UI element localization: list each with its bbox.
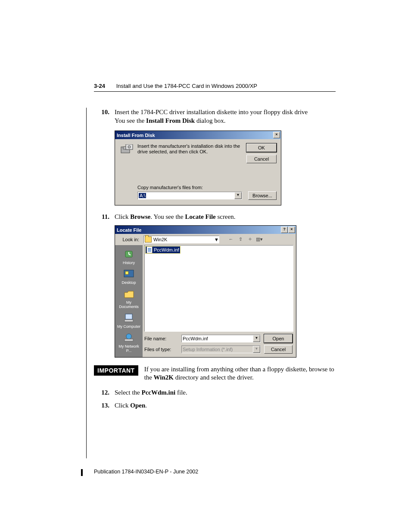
svg-rect-8 (125, 314, 132, 319)
dialog-title: Locate File (117, 227, 141, 233)
footer-publication: Publication 1784-IN034D-EN-P - June 2002 (94, 469, 198, 475)
chapter-title: Install and Use the 1784-PCC Card in Win… (116, 83, 257, 89)
chevron-down-icon[interactable]: ▼ (253, 346, 260, 353)
lookin-combo[interactable]: Win2K ▼ (143, 236, 219, 243)
svg-point-3 (128, 146, 131, 148)
step-text: You see the Install From Disk dialog box… (115, 117, 225, 124)
step-13: 13. Click Open. (115, 401, 336, 410)
step-number: 11. (94, 212, 109, 221)
filetype-label: Files of type: (144, 347, 178, 352)
step-list: 12. Select the PccWdm.ini file. 13. Clic… (94, 388, 336, 410)
chevron-down-icon[interactable]: ▼ (214, 237, 219, 242)
ok-button[interactable]: OK (246, 143, 277, 152)
chevron-down-icon[interactable]: ▼ (234, 192, 242, 199)
step-text: Insert the 1784-PCC driver installation … (115, 109, 308, 115)
locate-file-dialog: Locate File ? × Look in: Win2K ▼ ← ⇧ ✧ ▥… (115, 225, 296, 358)
dialog-title: Install From Disk (117, 133, 155, 138)
chevron-down-icon[interactable]: ▼ (253, 335, 260, 342)
page-number: 3-24 (94, 83, 105, 89)
mycomputer-icon (122, 312, 136, 324)
step-11: 11. Click Browse. You see the Locate Fil… (115, 212, 336, 221)
dialog-titlebar[interactable]: Install From Disk × (115, 131, 281, 139)
place-mycomputer[interactable]: My Computer (116, 311, 141, 330)
folder-icon (145, 236, 152, 243)
copy-from-label: Copy manufacturer's files from: (137, 185, 277, 190)
cancel-button[interactable]: Cancel (246, 155, 277, 163)
open-button[interactable]: Open (264, 334, 293, 343)
place-mydocs[interactable]: My Documents (116, 287, 141, 311)
svg-point-10 (126, 334, 131, 339)
svg-marker-7 (125, 291, 134, 298)
content: 10. Insert the 1784-PCC driver installat… (94, 108, 336, 414)
copy-from-value: A:\ (139, 193, 146, 198)
lookin-label: Look in: (115, 237, 142, 242)
page: 3-24 Install and Use the 1784-PCC Card i… (0, 0, 411, 532)
help-icon[interactable]: ? (281, 227, 288, 233)
filename-label: File name: (144, 336, 178, 341)
desktop-icon (122, 268, 136, 280)
up-folder-icon[interactable]: ⇧ (237, 236, 244, 243)
browse-button[interactable]: Browse... (248, 191, 277, 200)
header-rule (94, 91, 336, 92)
list-item[interactable]: PccWdm.inf (146, 246, 180, 253)
close-icon[interactable]: × (288, 227, 295, 233)
svg-rect-11 (125, 339, 133, 341)
step-number: 13. (94, 401, 109, 410)
inf-file-icon (146, 246, 153, 253)
filename-input[interactable]: PccWdm.inf ▼ (181, 335, 261, 342)
svg-rect-6 (125, 271, 128, 274)
step-number: 12. (94, 388, 109, 397)
lookin-toolbar: Look in: Win2K ▼ ← ⇧ ✧ ▥▾ (115, 234, 296, 245)
history-icon (122, 249, 136, 260)
file-name: PccWdm.inf (154, 247, 179, 252)
step-list: 11. Click Browse. You see the Locate Fil… (94, 212, 336, 221)
filetype-input[interactable]: Setup Information (*.inf) ▼ (181, 345, 261, 353)
dialog-titlebar[interactable]: Locate File ? × (115, 226, 296, 234)
place-history[interactable]: History (116, 248, 141, 267)
cancel-button[interactable]: Cancel (264, 345, 293, 354)
margin-rule (86, 108, 87, 458)
place-mynetwork[interactable]: My Network P... (116, 331, 141, 355)
file-list[interactable]: PccWdm.inf (144, 245, 293, 332)
views-icon[interactable]: ▥▾ (255, 236, 263, 243)
important-text: If you are installing from anything othe… (144, 365, 336, 382)
svg-rect-9 (125, 320, 133, 322)
places-bar: History Desktop My Documents (115, 245, 143, 357)
close-icon[interactable]: × (273, 132, 280, 138)
back-icon[interactable]: ← (227, 236, 235, 243)
new-folder-icon[interactable]: ✧ (246, 236, 254, 243)
dialog-message: Insert the manufacturer's installation d… (135, 143, 246, 163)
revision-bar (81, 469, 83, 476)
lookin-value: Win2K (153, 237, 167, 242)
filename-value: PccWdm.inf (183, 336, 208, 341)
step-number: 10. (94, 108, 109, 116)
step-10: 10. Insert the 1784-PCC driver installat… (115, 108, 336, 125)
place-desktop[interactable]: Desktop (116, 268, 141, 286)
diskette-icon (119, 143, 135, 163)
important-callout: IMPORTANT If you are installing from any… (94, 365, 336, 382)
step-list: 10. Insert the 1784-PCC driver installat… (94, 108, 336, 125)
important-tag: IMPORTANT (94, 365, 138, 376)
filetype-value: Setup Information (*.inf) (183, 347, 233, 352)
step-12: 12. Select the PccWdm.ini file. (115, 388, 336, 397)
mynetwork-icon (122, 332, 136, 343)
mydocs-icon (122, 288, 136, 299)
running-header: 3-24 Install and Use the 1784-PCC Card i… (94, 83, 336, 89)
copy-from-input[interactable]: A:\ ▼ (137, 192, 242, 199)
install-from-disk-dialog: Install From Disk × Insert the manufactu… (115, 131, 281, 205)
